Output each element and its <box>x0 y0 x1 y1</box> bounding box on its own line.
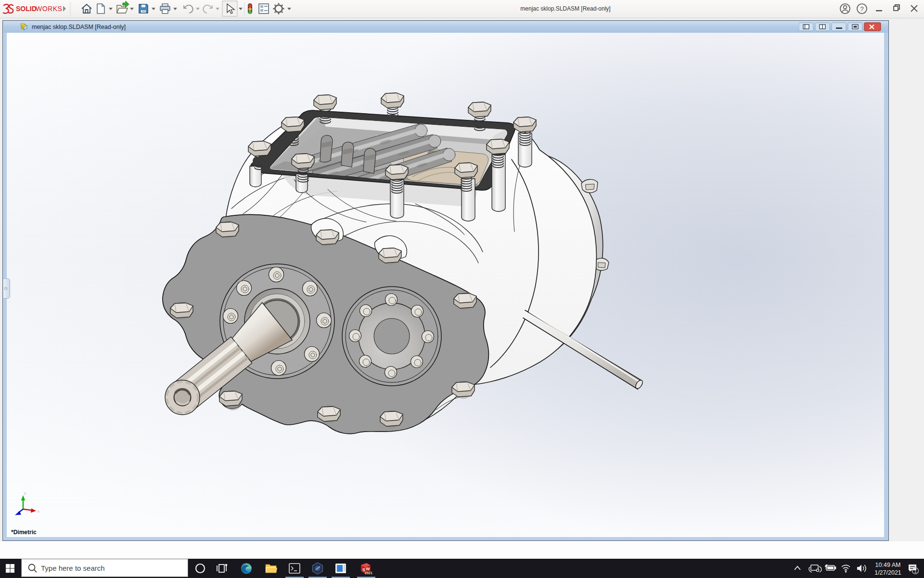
svg-text:1: 1 <box>914 568 917 574</box>
svg-text:1/27/2021: 1/27/2021 <box>874 569 901 576</box>
svg-text:?: ? <box>860 5 864 13</box>
svg-text:WORKS: WORKS <box>36 5 62 13</box>
svg-text:2021: 2021 <box>365 571 372 575</box>
svg-text:y: y <box>24 491 26 495</box>
svg-text:SOLID: SOLID <box>16 5 37 13</box>
svg-text:W: W <box>366 566 370 571</box>
svg-text:10:49 AM: 10:49 AM <box>875 562 901 568</box>
svg-text:x: x <box>38 509 39 513</box>
